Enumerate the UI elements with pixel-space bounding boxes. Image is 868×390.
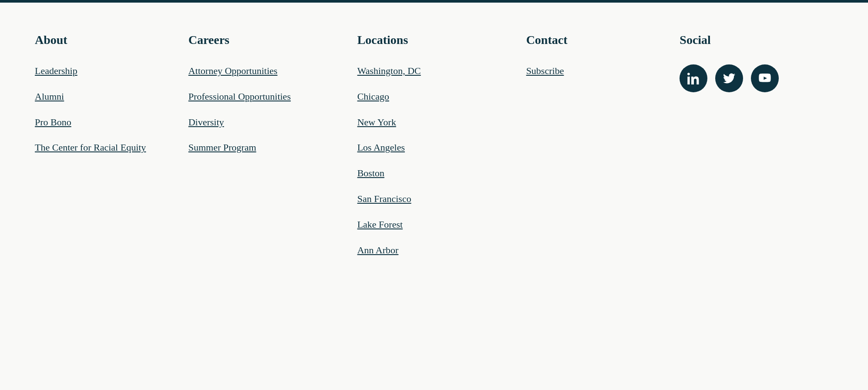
careers-link-attorney[interactable]: Attorney Opportunities (188, 64, 357, 78)
careers-heading: Careers (188, 33, 357, 47)
social-heading: Social (680, 33, 833, 47)
locations-link-dc[interactable]: Washington, DC (357, 64, 526, 78)
social-column: Social (680, 33, 833, 269)
about-column: About Leadership Alumni Pro Bono The Cen… (35, 33, 188, 269)
locations-link-boston[interactable]: Boston (357, 167, 526, 180)
locations-link-ann-arbor[interactable]: Ann Arbor (357, 244, 526, 257)
twitter-icon (723, 72, 735, 84)
locations-link-sf[interactable]: San Francisco (357, 192, 526, 206)
locations-column: Locations Washington, DC Chicago New Yor… (357, 33, 526, 269)
linkedin-icon (687, 72, 700, 84)
contact-link-subscribe[interactable]: Subscribe (526, 64, 680, 78)
twitter-button[interactable] (715, 64, 743, 92)
footer-content: About Leadership Alumni Pro Bono The Cen… (0, 3, 868, 295)
linkedin-button[interactable] (680, 64, 707, 92)
contact-heading: Contact (526, 33, 680, 47)
careers-column: Careers Attorney Opportunities Professio… (188, 33, 357, 269)
careers-link-professional[interactable]: Professional Opportunities (188, 90, 357, 104)
locations-link-lake-forest[interactable]: Lake Forest (357, 218, 526, 232)
locations-link-la[interactable]: Los Angeles (357, 141, 526, 155)
locations-link-ny[interactable]: New York (357, 116, 526, 129)
social-icons-container (680, 64, 833, 92)
locations-link-chicago[interactable]: Chicago (357, 90, 526, 104)
careers-link-diversity[interactable]: Diversity (188, 116, 357, 129)
about-link-pro-bono[interactable]: Pro Bono (35, 116, 188, 129)
locations-heading: Locations (357, 33, 526, 47)
contact-column: Contact Subscribe (526, 33, 680, 269)
about-heading: About (35, 33, 188, 47)
youtube-icon (759, 72, 771, 84)
careers-link-summer[interactable]: Summer Program (188, 141, 357, 155)
about-link-racial-equity[interactable]: The Center for Racial Equity (35, 141, 188, 155)
youtube-button[interactable] (751, 64, 779, 92)
about-link-alumni[interactable]: Alumni (35, 90, 188, 104)
about-link-leadership[interactable]: Leadership (35, 64, 188, 78)
